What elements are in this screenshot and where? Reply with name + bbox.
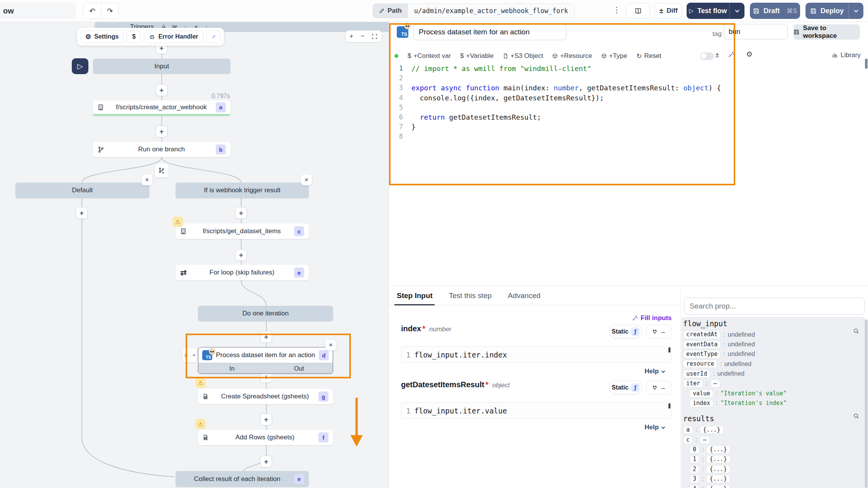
node-input[interactable]: Input [93,59,230,74]
sidebar-scrollbar-thumb[interactable] [865,319,868,488]
settings-button[interactable]: ⚙ Settings [80,30,124,43]
diff-toggle[interactable] [700,53,714,60]
prop-row[interactable]: userId:undefined [683,369,858,379]
add-resource-button[interactable]: +Resource [552,52,592,60]
node-get-dataset-items[interactable]: f/scripts/get_dataset_items c [176,224,309,239]
add-branch-button[interactable] [155,164,169,178]
test-flow-button[interactable]: ▷ Test flow [687,3,744,19]
prop-row[interactable]: index:"Iteration's index" [683,398,858,408]
run-flow-button[interactable]: ▷ [72,58,88,74]
code-line[interactable]: return getDatesetItemsResult; [411,112,721,122]
fill-inputs-button[interactable]: Fill inputs [632,314,672,322]
insert-step-button[interactable]: + [156,84,168,96]
insert-step-button[interactable]: + [260,331,272,343]
node-create-actor-webhook[interactable]: f/scripts/create_actor_webhook a [93,100,230,116]
prop-row[interactable]: eventType:undefined [683,349,858,359]
plus-minus-icon[interactable]: ± [715,51,719,59]
code-line[interactable] [411,132,721,141]
prop-row[interactable]: eventData:undefined [683,339,858,349]
ai-wand-button[interactable] [728,51,734,58]
field-index-expression[interactable]: 1 flow_input.iter.index [401,346,672,363]
field-index-connect-button[interactable]: → [646,325,671,339]
prop-row[interactable]: iter:– [683,379,858,388]
prop-row[interactable]: 0:{...} [683,445,858,454]
run-step-split-button[interactable]: ▷ [183,348,197,363]
node-branch-webhook[interactable]: If is webhook trigger result [176,183,309,198]
node-input-tab[interactable]: In [198,363,266,373]
function-mode-icon[interactable]: ƒ [631,383,640,392]
prop-row[interactable]: a:{...} [683,425,858,435]
results-props[interactable]: a:{...}c:–0:{...}1:{...}2:{...}3:{...}4:… [683,425,858,488]
code-editor[interactable]: // import * as wmill from "windmill-clie… [411,64,721,142]
search-icon[interactable] [853,328,860,334]
docs-button[interactable] [626,3,650,19]
field-result-expression[interactable]: 1 flow_input.iter.value [401,402,672,419]
node-for-loop[interactable]: ⇄ For loop (skip failures) e [176,265,309,280]
insert-step-button[interactable]: + [76,207,88,219]
code-line[interactable]: // import * as wmill from "windmill-clie… [411,64,721,73]
node-add-rows[interactable]: Add Rows (gsheets) f [198,430,333,445]
error-handler-button[interactable]: Error Handler [144,30,203,43]
tab-test-this-step[interactable]: Test this step [449,291,492,300]
prop-row[interactable]: createdAt:undefined [683,330,858,339]
field-index-help[interactable]: Help [645,368,665,375]
prop-row[interactable]: 1:{...} [683,454,858,464]
function-mode-icon[interactable]: ƒ [631,327,640,336]
test-flow-dropdown[interactable] [730,9,744,12]
zoom-in-button[interactable]: + [350,32,354,40]
field-result-help[interactable]: Help [645,424,665,431]
field-result-connect-button[interactable]: → [646,381,671,395]
node-branch-default[interactable]: Default [15,183,149,198]
tab-step-input[interactable]: Step Input [397,291,433,300]
fit-view-icon[interactable] [372,34,377,39]
insert-step-button[interactable]: + [260,456,272,468]
draft-button[interactable]: Draft ⌘S [750,3,800,19]
save-to-workspace-button[interactable]: Save to workspace [794,24,860,40]
tab-advanced[interactable]: Advanced [508,291,541,300]
deploy-dropdown[interactable] [849,9,863,12]
field-result-mode-toggle[interactable]: Static ƒ [609,381,642,394]
undo-button[interactable]: ↶ [84,3,102,19]
add-type-button[interactable]: +Type [601,52,627,60]
tag-input[interactable] [724,24,788,39]
deploy-button[interactable]: Deploy [805,3,863,19]
code-line[interactable] [411,73,721,83]
step-title-input[interactable] [413,24,567,40]
code-line[interactable]: export async function main(index: number… [411,83,721,93]
static-inputs-button[interactable]: $ [127,30,141,43]
code-line[interactable]: } [411,122,721,132]
diff-button[interactable]: ± Diff [655,3,682,19]
add-s3-object-button[interactable]: +S3 Object [503,52,543,60]
flow-input-props[interactable]: createdAt:undefinedeventData:undefinedev… [683,330,858,408]
add-variable-button[interactable]: $+Variable [460,52,494,60]
zoom-out-button[interactable]: − [360,32,364,40]
library-button[interactable]: Library [832,51,861,59]
flow-name-input[interactable]: ow [0,3,76,19]
search-icon[interactable] [853,413,860,419]
node-process-dataset-item[interactable]: TS Process dataset item for an action d … [198,347,333,374]
path-field[interactable]: Path u/admin/example_actor_webhook_flow_… [372,3,575,18]
redo-button[interactable]: ↷ [102,3,119,19]
node-run-one-branch[interactable]: Run one branch b [93,142,230,157]
prop-row[interactable]: c:– [683,435,858,444]
play-icon[interactable]: ▷ [183,348,191,363]
prop-row[interactable]: 4:{...} [683,484,858,488]
flow-canvas[interactable]: Triggers ✉ ⋮ + ⋮ ⚙ Settings $ Error Hand… [0,22,389,488]
prop-row[interactable]: resource:undefined [683,359,858,369]
add-context-var-button[interactable]: $+Context var [408,52,451,60]
more-menu-button[interactable]: ⋮ [612,5,621,15]
editor-settings-button[interactable]: ⚙ [746,50,753,59]
insert-step-button[interactable]: + [235,249,247,261]
prop-row[interactable]: 2:{...} [683,464,858,474]
prop-row[interactable]: value:"Iteration's value" [683,388,858,398]
insert-step-button[interactable]: + [156,125,168,137]
node-collect-result[interactable]: Collect result of each iteration e [176,471,309,487]
insert-step-button[interactable]: + [260,413,272,425]
delete-branch-button[interactable]: × [142,175,152,185]
reset-button[interactable]: ↻Reset [636,52,662,60]
run-step-dropdown[interactable] [191,348,197,363]
code-line[interactable] [411,103,721,112]
field-index-mode-toggle[interactable]: Static ƒ [609,325,642,338]
panel-scrollbar-thumb[interactable] [865,59,868,69]
delete-branch-button[interactable]: × [301,175,312,185]
